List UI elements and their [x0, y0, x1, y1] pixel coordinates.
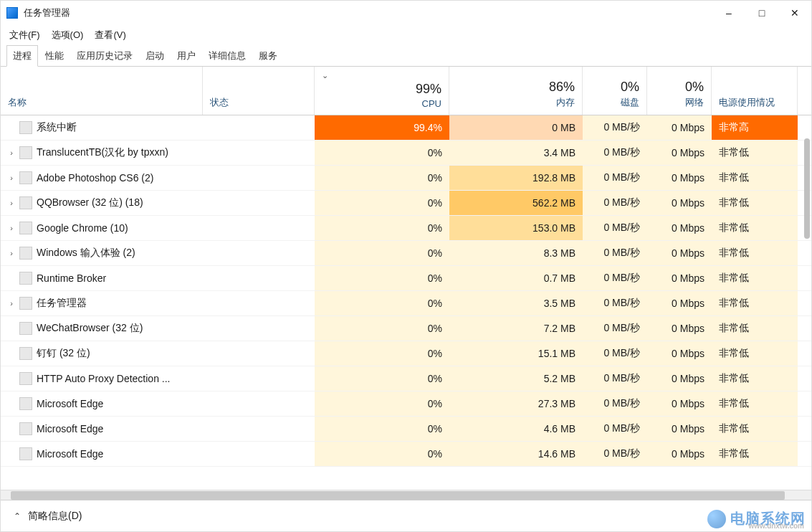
expand-toggle[interactable]: › — [8, 148, 15, 157]
cell-status — [203, 391, 315, 416]
expand-toggle[interactable]: › — [8, 224, 15, 232]
table-row[interactable]: WeChatBrowser (32 位)0%7.2 MB0 MB/秒0 Mbps… — [1, 316, 811, 341]
cell-memory: 27.3 MB — [449, 391, 583, 416]
cell-disk: 0 MB/秒 — [583, 366, 647, 391]
col-disk[interactable]: 0% 磁盘 — [583, 67, 647, 115]
tab-processes[interactable]: 进程 — [6, 45, 38, 67]
cell-disk: 0 MB/秒 — [583, 216, 647, 240]
table-row[interactable]: ›Google Chrome (10)0%153.0 MB0 MB/秒0 Mbp… — [1, 216, 811, 241]
cell-power: 非常低 — [712, 442, 798, 466]
table-row[interactable]: ›任务管理器0%3.5 MB0 MB/秒0 Mbps非常低 — [1, 291, 811, 316]
process-icon — [19, 297, 32, 310]
table-row[interactable]: ›TranslucentTB(汉化 by tpxxn)0%3.4 MB0 MB/… — [1, 141, 811, 166]
cell-power: 非常低 — [712, 366, 798, 391]
table-row[interactable]: ›QQBrowser (32 位) (18)0%562.2 MB0 MB/秒0 … — [1, 191, 811, 216]
col-cpu[interactable]: ⌄ 99% CPU — [315, 67, 449, 115]
col-network[interactable]: 0% 网络 — [647, 67, 712, 115]
cell-cpu: 0% — [315, 241, 449, 265]
tab-users[interactable]: 用户 — [171, 46, 201, 66]
cell-status — [203, 417, 315, 441]
vertical-scrollbar[interactable] — [804, 138, 810, 239]
close-button[interactable]: ✕ — [778, 1, 811, 25]
cell-network: 0 Mbps — [647, 141, 712, 165]
cell-network: 0 Mbps — [647, 266, 712, 290]
cell-network: 0 Mbps — [647, 341, 712, 366]
tab-startup[interactable]: 启动 — [140, 46, 170, 66]
cell-power: 非常低 — [712, 191, 798, 215]
cell-disk: 0 MB/秒 — [583, 442, 647, 466]
cell-cpu: 0% — [315, 442, 449, 466]
cell-cpu: 0% — [315, 166, 449, 190]
cell-disk: 0 MB/秒 — [583, 115, 647, 140]
expand-toggle[interactable]: › — [8, 174, 15, 182]
tab-app-history[interactable]: 应用历史记录 — [71, 46, 138, 66]
cell-memory: 15.1 MB — [449, 341, 583, 366]
process-icon — [19, 272, 32, 285]
titlebar[interactable]: 任务管理器 – □ ✕ — [1, 1, 811, 25]
cell-status — [203, 141, 315, 165]
table-row[interactable]: Microsoft Edge0%14.6 MB0 MB/秒0 Mbps非常低 — [1, 442, 811, 467]
table-row[interactable]: 系统中断99.4%0 MB0 MB/秒0 Mbps非常高 — [1, 115, 811, 141]
menu-options[interactable]: 选项(O) — [52, 29, 84, 42]
table-row[interactable]: 钉钉 (32 位)0%15.1 MB0 MB/秒0 Mbps非常低 — [1, 341, 811, 366]
tabs: 进程 性能 应用历史记录 启动 用户 详细信息 服务 — [1, 45, 811, 67]
horizontal-scrollbar[interactable] — [1, 490, 811, 500]
process-icon — [19, 247, 32, 260]
expand-toggle[interactable]: › — [8, 249, 15, 257]
process-name: 任务管理器 — [37, 297, 87, 310]
expand-toggle[interactable]: › — [8, 299, 15, 308]
col-power[interactable]: 电源使用情况 — [712, 67, 798, 115]
minimize-button[interactable]: – — [712, 1, 745, 25]
cell-network: 0 Mbps — [647, 442, 712, 466]
menu-view[interactable]: 查看(V) — [95, 29, 125, 42]
process-name: Runtime Broker — [37, 272, 106, 284]
table-row[interactable]: HTTP Auto Proxy Detection ...0%5.2 MB0 M… — [1, 366, 811, 391]
process-name: Microsoft Edge — [37, 423, 103, 434]
cell-power: 非常低 — [712, 266, 798, 290]
tab-services[interactable]: 服务 — [253, 46, 283, 66]
process-icon — [19, 397, 32, 410]
menu-file[interactable]: 文件(F) — [9, 29, 40, 42]
expand-toggle[interactable]: › — [8, 199, 15, 207]
process-name: Microsoft Edge — [37, 398, 103, 409]
cell-status — [203, 191, 315, 215]
table-row[interactable]: Microsoft Edge0%27.3 MB0 MB/秒0 Mbps非常低 — [1, 391, 811, 417]
table-row[interactable]: Runtime Broker0%0.7 MB0 MB/秒0 Mbps非常低 — [1, 266, 811, 291]
sort-chevron-icon: ⌄ — [322, 71, 328, 80]
horizontal-scrollbar-thumb[interactable] — [11, 491, 785, 500]
process-name: WeChatBrowser (32 位) — [37, 322, 143, 335]
cell-disk: 0 MB/秒 — [583, 266, 647, 290]
cell-network: 0 Mbps — [647, 216, 712, 240]
cell-status — [203, 216, 315, 240]
cell-cpu: 0% — [315, 366, 449, 391]
cell-memory: 8.3 MB — [449, 241, 583, 265]
cell-status — [203, 166, 315, 190]
cell-status — [203, 366, 315, 391]
cell-memory: 14.6 MB — [449, 442, 583, 466]
tab-details[interactable]: 详细信息 — [203, 46, 252, 66]
cell-memory: 3.5 MB — [449, 291, 583, 315]
table-row[interactable]: Microsoft Edge0%4.6 MB0 MB/秒0 Mbps非常低 — [1, 417, 811, 442]
cell-power: 非常低 — [712, 341, 798, 366]
process-name: HTTP Auto Proxy Detection ... — [37, 373, 170, 384]
process-name: Google Chrome (10) — [37, 222, 128, 234]
table-row[interactable]: ›Adobe Photoshop CS6 (2)0%192.8 MB0 MB/秒… — [1, 166, 811, 191]
tab-performance[interactable]: 性能 — [39, 46, 70, 66]
col-status[interactable]: 状态 — [203, 67, 315, 115]
window-controls: – □ ✕ — [712, 1, 811, 25]
cell-power: 非常低 — [712, 417, 798, 441]
cell-memory: 562.2 MB — [449, 191, 583, 215]
process-icon — [19, 146, 32, 159]
maximize-button[interactable]: □ — [745, 1, 778, 25]
cell-memory: 3.4 MB — [449, 141, 583, 165]
cell-network: 0 Mbps — [647, 316, 712, 341]
table-row[interactable]: ›Windows 输入体验 (2)0%8.3 MB0 MB/秒0 Mbps非常低 — [1, 241, 811, 266]
chevron-up-icon[interactable]: ⌃ — [14, 511, 21, 521]
table-header: 名称 状态 ⌄ 99% CPU 86% 内存 0% 磁盘 0% 网络 电源使用情… — [1, 67, 811, 115]
fewer-details-link[interactable]: 简略信息(D) — [28, 510, 82, 523]
process-icon — [19, 222, 32, 234]
cell-memory: 192.8 MB — [449, 166, 583, 190]
cell-power: 非常低 — [712, 316, 798, 341]
col-memory[interactable]: 86% 内存 — [449, 67, 583, 115]
col-name[interactable]: 名称 — [1, 67, 203, 115]
